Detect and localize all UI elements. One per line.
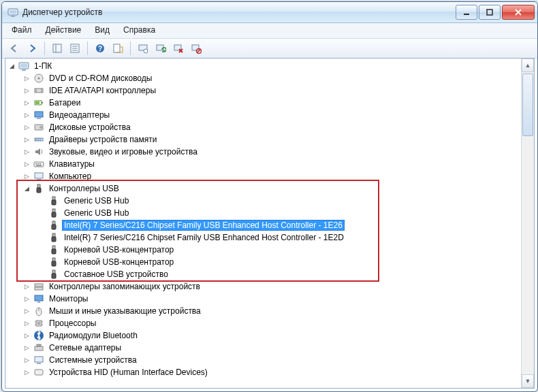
svg-text:?: ?: [98, 45, 102, 52]
tree-node-usb-device[interactable]: ▷Составное USB устройство: [38, 268, 522, 280]
minimize-button[interactable]: [456, 5, 477, 20]
expand-toggle-icon[interactable]: ▷: [23, 173, 31, 180]
tree-node-hid[interactable]: ▷Устройства HID (Human Interface Devices…: [23, 366, 522, 378]
svg-rect-65: [35, 295, 43, 301]
svg-rect-46: [37, 179, 41, 180]
tree-node-usb-device[interactable]: ▷Корневой USB-концентратор: [38, 244, 522, 256]
expand-toggle-icon[interactable]: ▷: [23, 320, 31, 327]
svg-rect-22: [20, 64, 27, 67]
tree-node-mouse[interactable]: ▷Мыши и иные указывающие устройства: [23, 305, 522, 317]
tree-node-memdrv[interactable]: ▷Драйверы устройств памяти: [23, 133, 522, 146]
expand-toggle-icon[interactable]: ▷: [23, 369, 31, 376]
expand-toggle-icon[interactable]: ▷: [23, 87, 31, 95]
tree-node-label: Intel(R) 7 Series/C216 Chipset Family US…: [62, 232, 346, 243]
toolbar-back-button[interactable]: [6, 40, 22, 56]
expand-toggle-icon[interactable]: ▷: [23, 161, 31, 168]
maximize-button[interactable]: [479, 5, 501, 20]
tree-node-usb-device[interactable]: ▷Intel(R) 7 Series/C216 Chipset Family U…: [38, 219, 522, 231]
window-buttons: [454, 5, 535, 20]
scroll-up-arrow[interactable]: ▲: [522, 59, 534, 72]
app-icon: [7, 7, 18, 18]
svg-rect-42: [37, 163, 39, 165]
expand-toggle-icon[interactable]: ▷: [23, 136, 31, 144]
toolbar-remove-button[interactable]: [170, 40, 187, 56]
toolbar-tree-button[interactable]: [49, 40, 65, 56]
tree-node-usb-device[interactable]: ▷Generic USB Hub: [38, 195, 522, 207]
tree-node-storage[interactable]: ▷Контроллеры запоминающих устройств: [23, 280, 522, 293]
tree-node-computer[interactable]: ▷Компьютер: [23, 170, 522, 182]
disk-icon: [33, 122, 44, 133]
scroll-down-arrow[interactable]: ▼: [522, 374, 534, 388]
scroll-track[interactable]: [522, 72, 534, 374]
expand-toggle-icon[interactable]: ▷: [23, 357, 31, 364]
tree-node-system[interactable]: ▷Системные устройства: [23, 354, 522, 366]
toolbar-help-button[interactable]: ?: [92, 40, 108, 56]
expand-toggle-icon[interactable]: ▷: [23, 332, 31, 340]
svg-rect-13: [114, 44, 120, 52]
svg-rect-49: [52, 197, 55, 200]
expand-toggle-icon[interactable]: ◢: [8, 63, 16, 70]
tree-node-disk[interactable]: ▷Дисковые устройства: [23, 121, 522, 133]
expand-toggle-icon[interactable]: ▷: [23, 99, 31, 107]
tree-node-cpu[interactable]: ▷Процессоры: [23, 317, 522, 329]
tree-node-label: Сетевые адаптеры: [47, 342, 123, 353]
toolbar-forward-button[interactable]: [24, 40, 40, 56]
ide-icon: [33, 85, 44, 96]
tree-node-video[interactable]: ▷Видеоадаптеры: [23, 109, 522, 121]
expand-toggle-icon[interactable]: ▷: [23, 112, 31, 119]
menu-view[interactable]: Вид: [88, 23, 116, 38]
tree-node-dvd[interactable]: ▷DVD и CD-ROM дисководы: [23, 72, 522, 84]
tree-node-monitor[interactable]: ▷Мониторы: [23, 293, 522, 305]
toolbar-separator: [130, 42, 131, 55]
tree-node-usb-device[interactable]: ▷Intel(R) 7 Series/C216 Chipset Family U…: [38, 231, 522, 244]
tree-node-label: Клавиатуры: [47, 159, 97, 169]
menu-help[interactable]: Справка: [116, 23, 162, 38]
expand-toggle-icon[interactable]: ▷: [23, 148, 31, 156]
expand-toggle-icon[interactable]: ▷: [23, 75, 31, 82]
usb-icon: [33, 183, 44, 194]
tree-node-sound[interactable]: ▷Звуковые, видео и игровые устройства: [23, 146, 522, 158]
toolbar-disable-button[interactable]: [188, 40, 204, 56]
svg-rect-30: [42, 102, 43, 103]
close-button[interactable]: [502, 5, 535, 20]
expand-toggle-icon[interactable]: ◢: [23, 185, 31, 193]
tree-node-battery[interactable]: ▷Батареи: [23, 97, 522, 109]
expand-toggle-icon[interactable]: ▷: [23, 295, 31, 303]
tree-node-label: Звуковые, видео и игровые устройства: [47, 146, 200, 157]
device-tree[interactable]: ◢1-ПК▷DVD и CD-ROM дисководы▷IDE ATA/ATA…: [5, 59, 522, 388]
tree-node-root[interactable]: ◢1-ПК: [8, 60, 522, 72]
expand-toggle-icon[interactable]: ▷: [23, 308, 31, 315]
tree-node-usb-device[interactable]: ▷Корневой USB-концентратор: [38, 256, 522, 268]
tree-node-usb[interactable]: ◢Контроллеры USB: [23, 182, 522, 195]
vertical-scrollbar[interactable]: ▲ ▼: [521, 59, 534, 388]
expand-toggle-icon[interactable]: ▷: [23, 124, 31, 131]
svg-rect-45: [35, 173, 43, 178]
tree-node-net[interactable]: ▷Сетевые адаптеры: [23, 342, 522, 354]
svg-rect-58: [52, 249, 56, 254]
tree-node-label: Контроллеры запоминающих устройств: [47, 281, 202, 292]
svg-rect-33: [37, 118, 41, 119]
toolbar-scan-button[interactable]: [153, 40, 169, 56]
tree-node-keyboard[interactable]: ▷Клавиатуры: [23, 158, 522, 170]
svg-rect-57: [52, 246, 55, 249]
svg-rect-61: [52, 270, 55, 274]
svg-rect-51: [52, 209, 55, 212]
menu-file[interactable]: Файл: [5, 23, 39, 38]
toolbar-export-button[interactable]: [110, 40, 126, 56]
window-frame: Диспетчер устройств Файл Действие Вид Сп…: [1, 1, 538, 392]
dvd-icon: [33, 73, 44, 84]
scroll-thumb[interactable]: [522, 74, 533, 136]
menu-action[interactable]: Действие: [39, 23, 89, 38]
svg-rect-66: [37, 301, 40, 303]
toolbar-show-hidden-button[interactable]: [135, 40, 151, 56]
expand-toggle-icon[interactable]: ▷: [23, 344, 31, 352]
usb-device-icon: [48, 269, 59, 280]
tree-node-ide[interactable]: ▷IDE ATA/ATAPI контроллеры: [23, 84, 522, 97]
tree-node-usb-device[interactable]: ▷Generic USB Hub: [38, 207, 522, 219]
toolbar-properties-button[interactable]: [67, 40, 83, 56]
expand-toggle-icon[interactable]: ▷: [23, 283, 31, 291]
svg-rect-80: [35, 370, 43, 375]
tree-node-bt[interactable]: ▷Радиомодули Bluetooth: [23, 329, 522, 342]
tree-node-label: Мониторы: [47, 293, 90, 304]
svg-rect-47: [37, 184, 40, 188]
